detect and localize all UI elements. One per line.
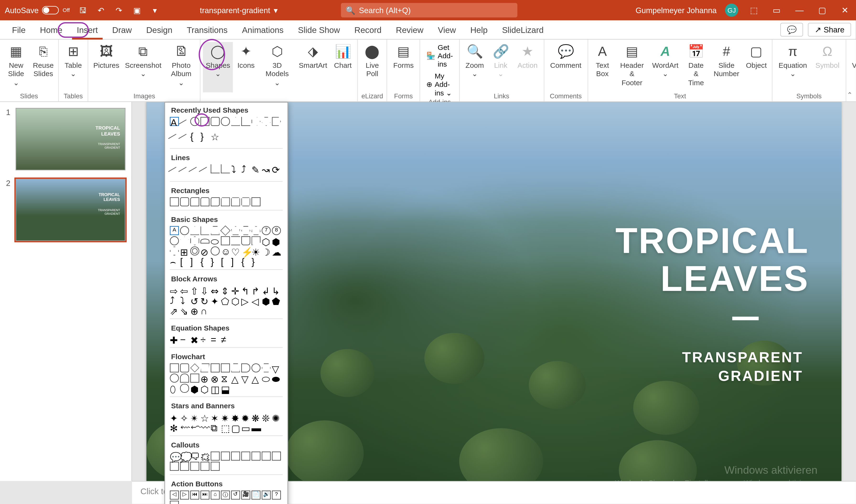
shape-item[interactable]: ⧖ [221,374,230,383]
shape-item[interactable]: ▭ [241,423,250,432]
shape-rectangle[interactable] [200,117,209,126]
header-footer-button[interactable]: ▤Header & Footer [615,42,648,92]
shape-item[interactable] [190,226,199,235]
shape-item[interactable]: ☁ [272,247,281,256]
photo-album-button[interactable]: 🖻Photo Album ⌄ [164,42,198,92]
shape-item[interactable]: ? [272,491,281,500]
zoom-button[interactable]: 🔍Zoom ⌄ [462,42,488,92]
shape-item[interactable]: ✷ [221,413,230,422]
shape-item[interactable]: ↱ [251,285,261,294]
shape-item[interactable]: 🎥 [241,491,250,500]
shape-item[interactable] [251,226,261,235]
shape-item[interactable]: ✧ [180,413,189,422]
shape-item[interactable]: 💭 [180,451,189,461]
smartart-button[interactable]: ⬗SmartArt [296,42,330,92]
shape-item[interactable]: ⬭ [262,374,271,383]
pictures-button[interactable]: 🖼Pictures [91,42,122,92]
shape-item[interactable] [190,236,199,245]
shape-item[interactable] [231,197,240,206]
shape-item[interactable]: ÷ [200,335,209,344]
shape-item[interactable]: ⊞ [180,247,189,256]
shape-item[interactable]: ] [190,257,199,266]
shape-item[interactable]: ↝ [262,164,271,174]
shape-item[interactable]: ⬓ [221,384,230,393]
shape-item[interactable] [190,197,199,206]
shape-item[interactable]: ▽ [272,363,281,373]
shape-item[interactable] [231,226,240,235]
shape-item[interactable]: 〰 [200,423,209,432]
shape-star[interactable]: ☆ [211,131,220,140]
tab-insert[interactable]: Insert [70,20,105,39]
shape-item[interactable] [170,236,179,245]
shape-item[interactable]: ⬡ [231,296,240,305]
toggle-switch-icon[interactable] [42,6,59,14]
shape-item[interactable]: 🗨 [190,451,199,461]
tab-help[interactable]: Help [463,20,495,39]
slide-subtitle-text[interactable]: TRANSPARENT GRADIENT [682,348,803,385]
shape-item[interactable] [251,197,261,206]
shape-item[interactable]: ⬚ [221,423,230,432]
save-icon[interactable]: 🖫 [78,6,88,15]
user-name[interactable]: Gumpelmeyer Johanna [635,6,717,15]
comment-button[interactable]: 💬Comment [546,42,585,92]
reuse-slides-button[interactable]: ⎘Reuse Slides [31,42,56,92]
shape-item[interactable] [190,363,199,372]
shape-item[interactable] [221,451,230,461]
shape-item[interactable] [262,363,271,373]
shape-item[interactable] [231,363,240,373]
shape-item[interactable]: ◁ [170,491,179,500]
shape-triangle[interactable] [231,117,240,126]
shape-item[interactable]: } [251,257,261,266]
shape-item[interactable]: ✴ [190,413,199,422]
shape-item[interactable]: ⇨ [170,285,179,294]
shape-item[interactable] [231,451,240,461]
shape-arc[interactable] [168,134,180,146]
shape-item[interactable]: ⟳ [272,164,281,174]
shape-item[interactable]: ✎ [251,164,261,174]
shape-item[interactable]: ⬭ [211,236,220,245]
shape-item[interactable]: ⌂ [211,491,220,500]
shape-rounded-rect-2[interactable] [221,117,230,126]
shape-item[interactable]: { [200,257,209,266]
shape-item[interactable] [180,462,189,471]
share-button[interactable]: ↗Share [808,23,851,37]
tab-file[interactable]: File [5,20,33,39]
shape-item[interactable]: ☽ [262,247,271,256]
shape-item[interactable]: ✚ [170,335,179,344]
shape-line[interactable] [178,120,191,132]
action-button[interactable]: ★Action [514,42,541,92]
shape-item[interactable]: ▽ [241,374,250,383]
tab-slidelizard[interactable]: SlideLizard [495,20,551,39]
date-time-button[interactable]: 📅Date & Time [682,42,710,92]
shape-item[interactable] [272,451,281,461]
minimize-icon[interactable]: — [792,5,807,15]
symbol-button[interactable]: ΩSymbol [812,42,843,92]
chart-button[interactable]: 📊Chart [331,42,355,92]
shape-item[interactable] [251,451,261,461]
shape-item[interactable]: ❋ [251,413,261,422]
shape-item[interactable]: △ [251,374,261,383]
shape-item[interactable] [200,239,209,244]
shape-arrow-down[interactable] [262,117,271,126]
shape-item[interactable] [251,363,261,373]
shape-item[interactable]: ✖ [190,335,199,344]
shape-item[interactable]: ↳ [272,285,281,294]
shape-item[interactable]: = [211,335,220,344]
shape-item[interactable]: ⤴ [170,296,179,305]
shape-item[interactable]: ✹ [241,413,250,422]
shape-item[interactable]: ✛ [231,285,240,294]
collapse-ribbon-icon[interactable]: ⌃ [847,91,852,99]
shape-item[interactable]: 📄 [251,491,261,500]
shape-item[interactable]: ⏭ [200,491,209,500]
shape-item[interactable] [221,197,230,206]
document-title[interactable]: transparent-gradient ▾ [200,6,278,15]
shape-item[interactable]: ♡ [231,247,240,256]
tab-home[interactable]: Home [33,20,70,39]
shape-item[interactable]: ⬠ [221,296,230,305]
shape-item[interactable]: ↻ [200,296,209,305]
shape-item[interactable]: ↰ [241,285,250,294]
shape-item[interactable]: ☆ [200,413,209,422]
shape-item[interactable] [211,247,220,256]
tab-review[interactable]: Review [389,20,431,39]
shape-item[interactable]: 7 [262,226,271,235]
